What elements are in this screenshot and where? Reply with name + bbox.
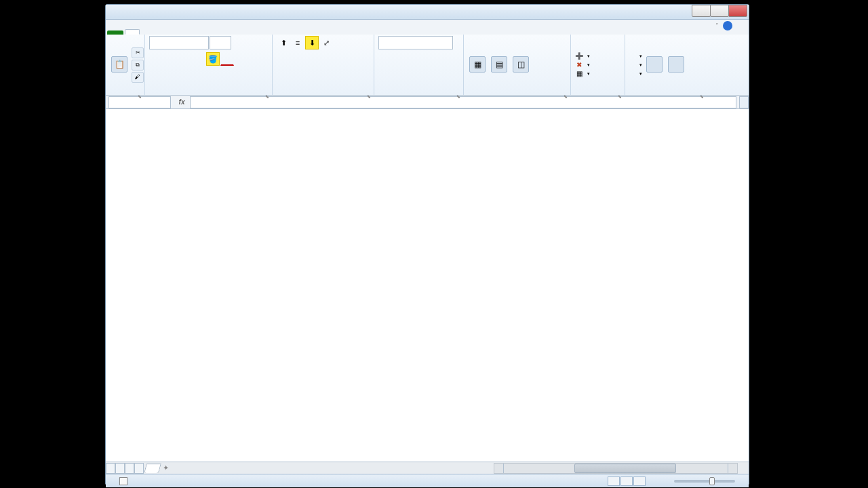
- cell-styles-button[interactable]: ◫: [511, 55, 530, 75]
- group-font: [149, 94, 268, 95]
- group-editing: [629, 94, 703, 95]
- copy-icon[interactable]: ⧉: [132, 60, 144, 70]
- align-top-icon[interactable]: ⬆: [277, 36, 290, 49]
- group-alignment: [277, 94, 370, 95]
- zoom-slider[interactable]: [674, 480, 735, 483]
- group-cells: [575, 94, 620, 95]
- tab-nav-first[interactable]: [106, 463, 115, 474]
- align-left-icon[interactable]: [277, 52, 290, 66]
- formula-expand-icon[interactable]: [739, 96, 749, 108]
- increase-indent-icon[interactable]: [334, 52, 347, 66]
- format-painter-icon[interactable]: 🖌: [132, 72, 144, 83]
- excel-icon: [108, 7, 119, 18]
- sheet-tab-active[interactable]: [144, 464, 161, 473]
- macro-record-icon[interactable]: [119, 477, 127, 485]
- number-format-select[interactable]: [378, 36, 453, 49]
- shrink-font-icon[interactable]: [246, 36, 260, 49]
- file-tab[interactable]: [107, 30, 123, 35]
- tab-nav-next[interactable]: [125, 463, 134, 474]
- paste-button[interactable]: 📋: [110, 55, 129, 75]
- format-as-table-button[interactable]: ▤: [490, 55, 509, 75]
- decrease-indent-icon[interactable]: [319, 52, 333, 66]
- fill-color-button[interactable]: 🪣: [206, 52, 220, 66]
- cells-format-button[interactable]: ▦▾: [575, 70, 590, 78]
- tab-insert[interactable]: [140, 30, 153, 35]
- font-color-button[interactable]: [220, 52, 234, 66]
- orientation-icon[interactable]: ⤢: [319, 36, 333, 49]
- formula-bar[interactable]: [190, 96, 736, 108]
- view-page-break-icon[interactable]: [633, 476, 646, 486]
- find-select-button[interactable]: [667, 55, 686, 75]
- group-styles: [468, 94, 566, 95]
- italic-button[interactable]: [163, 52, 177, 66]
- grow-font-icon[interactable]: [232, 36, 245, 49]
- redo-icon[interactable]: [149, 7, 160, 18]
- group-clipboard: [110, 94, 140, 95]
- fx-icon[interactable]: fx: [176, 97, 187, 108]
- new-sheet-icon[interactable]: ✦: [163, 464, 169, 472]
- comma-format-icon[interactable]: [407, 52, 420, 66]
- increase-decimal-icon[interactable]: [421, 52, 435, 66]
- cells-insert-button[interactable]: ➕▾: [575, 52, 590, 60]
- horizontal-scrollbar[interactable]: [494, 463, 738, 474]
- tab-nav-prev[interactable]: [115, 463, 125, 474]
- tab-addins[interactable]: [221, 30, 235, 35]
- decrease-decimal-icon[interactable]: [435, 52, 449, 66]
- tab-formulas[interactable]: [167, 30, 180, 35]
- fill-button[interactable]: ▾: [629, 61, 642, 69]
- close-button[interactable]: [728, 5, 747, 17]
- accounting-format-icon[interactable]: [378, 52, 392, 66]
- tab-data[interactable]: [180, 30, 194, 35]
- align-middle-icon[interactable]: ≡: [291, 36, 304, 49]
- qat-customize-icon[interactable]: [163, 7, 174, 18]
- conditional-formatting-button[interactable]: ▦: [468, 55, 487, 75]
- tab-view[interactable]: [208, 30, 221, 35]
- save-icon[interactable]: [122, 7, 133, 18]
- underline-button[interactable]: [178, 52, 191, 66]
- align-center-icon[interactable]: [291, 52, 304, 66]
- font-size-select[interactable]: [210, 36, 231, 49]
- merge-center-icon[interactable]: [348, 52, 361, 66]
- border-button[interactable]: [192, 52, 205, 66]
- tab-page-layout[interactable]: [153, 30, 167, 35]
- autosum-button[interactable]: ▾: [629, 52, 642, 60]
- help-icon[interactable]: [723, 21, 732, 30]
- cut-icon[interactable]: ✂: [132, 47, 144, 58]
- cells-delete-button[interactable]: ✖▾: [575, 61, 590, 69]
- ribbon-minimize-icon[interactable]: ˄: [715, 22, 719, 29]
- tab-home[interactable]: [125, 29, 140, 35]
- wrap-text-icon[interactable]: [334, 36, 347, 49]
- view-normal-icon[interactable]: [608, 476, 620, 486]
- tab-nav-last[interactable]: [134, 463, 144, 474]
- tab-review[interactable]: [194, 30, 208, 35]
- view-page-layout-icon[interactable]: [620, 476, 633, 486]
- minimize-button[interactable]: [692, 5, 711, 17]
- percent-format-icon[interactable]: [393, 52, 406, 66]
- bold-button[interactable]: [149, 52, 163, 66]
- clear-button[interactable]: ▾: [629, 70, 642, 78]
- maximize-button[interactable]: [710, 5, 729, 17]
- group-number: [378, 94, 459, 95]
- undo-icon[interactable]: [136, 7, 146, 18]
- align-right-icon[interactable]: [305, 52, 319, 66]
- sort-filter-button[interactable]: [645, 55, 664, 75]
- align-bottom-icon[interactable]: ⬇: [305, 36, 319, 49]
- font-name-select[interactable]: [149, 36, 209, 49]
